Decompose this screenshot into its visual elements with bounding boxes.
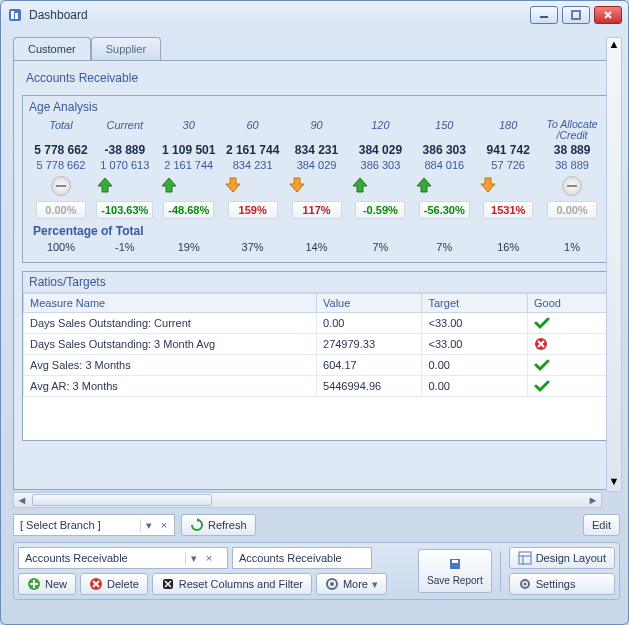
percentage-of-total-label: Percentage of Total (29, 220, 604, 240)
age-arrow-cell (29, 175, 93, 197)
age-value: 386 303 (412, 142, 476, 158)
svg-rect-12 (30, 583, 38, 585)
maximize-button[interactable] (562, 6, 590, 24)
age-subvalue: 884 016 (412, 158, 476, 172)
measure-cell: Days Sales Outstanding: Current (24, 313, 317, 334)
gear-icon (325, 577, 339, 591)
pot-value: 14% (285, 240, 349, 254)
age-value: 5 778 662 (29, 142, 93, 158)
pot-value: 16% (476, 240, 540, 254)
vertical-scrollbar[interactable]: ▲ ▼ (606, 37, 622, 492)
refresh-button[interactable]: Refresh (181, 514, 256, 536)
content-area: Customer Supplier Accounts Receivable Ag… (1, 29, 628, 624)
branch-input[interactable] (20, 519, 140, 531)
reset-icon (161, 577, 175, 591)
ratio-row[interactable]: Avg AR: 3 Months5446994.960.00 (24, 376, 610, 397)
age-subvalue: 2 161 744 (157, 158, 221, 172)
age-subvalue: 5 778 662 (29, 158, 93, 172)
age-header: To Allocate /Credit (540, 118, 604, 142)
age-pct-cell: 0.00% (29, 200, 93, 220)
target-cell: 0.00 (422, 376, 527, 397)
close-button[interactable] (594, 6, 622, 24)
refresh-icon (190, 518, 204, 532)
settings-icon (518, 577, 532, 591)
age-value: -38 889 (93, 142, 157, 158)
tab-strip: Customer Supplier (13, 37, 620, 60)
app-icon (7, 7, 23, 23)
age-header: Total (29, 118, 93, 142)
ratio-column-header[interactable]: Target (422, 294, 527, 313)
arrow-down-icon (478, 176, 498, 194)
chevron-down-icon[interactable]: ▾ (185, 552, 201, 565)
age-subvalue: 1 070 613 (93, 158, 157, 172)
new-label: New (45, 578, 67, 590)
clear-icon[interactable]: × (201, 552, 217, 564)
age-arrow-cell (157, 175, 221, 197)
age-pct-cell: 1531% (476, 200, 540, 220)
pot-value: -1% (93, 240, 157, 254)
ar-select-2[interactable] (232, 547, 372, 569)
age-header: 90 (285, 118, 349, 142)
reset-button[interactable]: Reset Columns and Filter (152, 573, 312, 595)
ratio-column-header[interactable]: Value (317, 294, 422, 313)
edit-button[interactable]: Edit (583, 514, 620, 536)
svg-rect-2 (15, 13, 18, 19)
scroll-thumb[interactable] (32, 494, 212, 506)
age-header: 30 (157, 118, 221, 142)
scroll-left-icon[interactable]: ◄ (14, 493, 30, 507)
value-cell: 274979.33 (317, 334, 422, 355)
arrow-up-icon (414, 176, 434, 194)
scroll-right-icon[interactable]: ► (585, 493, 601, 507)
ratio-row[interactable]: Avg Sales: 3 Months604.170.00 (24, 355, 610, 376)
ar-select-1[interactable]: ▾ × (18, 547, 228, 569)
ar-input-2[interactable] (239, 552, 359, 564)
save-report-button[interactable]: Save Report (418, 549, 492, 593)
value-cell: 604.17 (317, 355, 422, 376)
ratio-row[interactable]: Days Sales Outstanding: 3 Month Avg27497… (24, 334, 610, 355)
save-icon (448, 557, 462, 571)
minimize-button[interactable] (530, 6, 558, 24)
scroll-up-icon[interactable]: ▲ (609, 38, 620, 54)
tab-supplier[interactable]: Supplier (91, 37, 161, 60)
age-pct-cell: 159% (221, 200, 285, 220)
scroll-down-icon[interactable]: ▼ (609, 475, 620, 491)
arrow-up-icon (159, 176, 179, 194)
ar-input-1[interactable] (25, 552, 185, 564)
ratio-column-header[interactable]: Good (527, 294, 609, 313)
delete-icon (89, 577, 103, 591)
age-value: 2 161 744 (221, 142, 285, 158)
chevron-down-icon[interactable]: ▾ (140, 519, 156, 532)
svg-rect-4 (572, 11, 580, 19)
age-subvalue: 384 029 (285, 158, 349, 172)
ratio-column-header[interactable]: Measure Name (24, 294, 317, 313)
age-subvalue: 834 231 (221, 158, 285, 172)
design-layout-button[interactable]: Design Layout (509, 547, 615, 569)
save-report-label: Save Report (427, 575, 483, 586)
bottom-toolbar: ▾ × New Delete (13, 542, 620, 600)
measure-cell: Avg Sales: 3 Months (24, 355, 317, 376)
svg-rect-3 (540, 16, 548, 18)
good-cell (527, 376, 609, 397)
good-cell (527, 313, 609, 334)
target-cell: 0.00 (422, 355, 527, 376)
settings-button[interactable]: Settings (509, 573, 615, 595)
age-arrow-cell (221, 175, 285, 197)
ratio-row[interactable]: Days Sales Outstanding: Current0.00<33.0… (24, 313, 610, 334)
tab-customer[interactable]: Customer (13, 37, 91, 60)
layout-icon (518, 551, 532, 565)
svg-point-20 (330, 582, 334, 586)
horizontal-scrollbar[interactable]: ◄ ► (13, 492, 602, 508)
dashboard-window: Dashboard Customer Supplier Accounts Rec… (0, 0, 629, 625)
delete-button[interactable]: Delete (80, 573, 148, 595)
clear-icon[interactable]: × (156, 519, 172, 531)
arrow-up-icon (350, 176, 370, 194)
main-panel: Accounts Receivable Age Analysis TotalCu… (13, 60, 620, 490)
new-button[interactable]: New (18, 573, 76, 595)
age-header: 120 (348, 118, 412, 142)
more-button[interactable]: More ▾ (316, 573, 387, 595)
branch-select[interactable]: ▾ × (13, 514, 175, 536)
value-cell: 5446994.96 (317, 376, 422, 397)
edit-label: Edit (592, 519, 611, 531)
ratios-title: Ratios/Targets (23, 272, 610, 293)
measure-cell: Avg AR: 3 Months (24, 376, 317, 397)
